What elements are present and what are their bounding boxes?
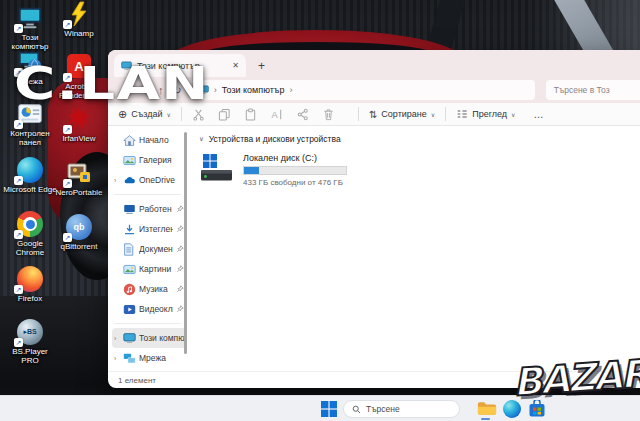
address-box[interactable]: › Този компютър › xyxy=(191,80,535,100)
toolbar-divider xyxy=(445,107,446,121)
desktop-icon-label: NeroPortable xyxy=(52,188,106,197)
trash-icon xyxy=(322,108,335,121)
view-icon xyxy=(456,108,468,120)
sidebar-item-this-pc[interactable]: › Този компютър xyxy=(112,328,187,348)
copy-icon xyxy=(218,108,231,121)
share-button[interactable] xyxy=(296,108,309,121)
shortcut-arrow-icon: ↗ xyxy=(63,233,72,242)
shortcut-arrow-icon: ↗ xyxy=(14,24,23,33)
expand-chevron-icon[interactable]: › xyxy=(114,355,120,362)
desktop-icon-label: BS.Player PRO xyxy=(3,347,57,365)
documents-icon xyxy=(123,243,136,256)
desktop-icon-nero[interactable]: ↗ NeroPortable xyxy=(52,160,106,197)
pin-icon xyxy=(176,265,184,273)
delete-button[interactable] xyxy=(322,108,335,121)
shortcut-arrow-icon: ↗ xyxy=(14,230,23,239)
devices-group-header[interactable]: ∨ Устройства и дискови устройства xyxy=(199,134,640,144)
search-placeholder: Търсене в Тоз xyxy=(554,85,610,95)
expand-chevron-icon[interactable]: › xyxy=(114,177,120,184)
taskbar-search-input[interactable]: Търсене xyxy=(343,400,460,418)
drive-usage-bar xyxy=(243,166,347,175)
desktop-icon-qbittorrent[interactable]: qb ↗ qBittorrent xyxy=(52,214,106,251)
shortcut-arrow-icon: ↗ xyxy=(63,20,72,29)
sidebar-item-documents[interactable]: Документи xyxy=(112,239,187,259)
desktop-icon-chrome[interactable]: ↗ Google Chrome xyxy=(3,211,57,257)
windows-logo-icon xyxy=(321,401,337,417)
music-icon xyxy=(123,283,136,296)
explorer-search-input[interactable]: Търсене в Тоз xyxy=(546,80,640,100)
desktop-icon-bsplayer[interactable]: ▸BS ↗ BS.Player PRO xyxy=(3,319,57,365)
sidebar-item-downloads[interactable]: Изтеглени xyxy=(112,219,187,239)
desktop-icon-edge[interactable]: ↗ Microsoft Edge xyxy=(3,157,57,194)
group-chevron-icon: ∨ xyxy=(199,135,204,143)
watermark-bazar: BAZAR xyxy=(512,351,640,404)
explorer-active-indicator xyxy=(481,418,490,421)
drive-item-c[interactable]: Локален диск (C:) 433 ГБ свободни от 476… xyxy=(199,153,640,187)
network-icon xyxy=(123,352,136,365)
start-button[interactable] xyxy=(321,401,337,421)
drive-capacity: 433 ГБ свободни от 476 ГБ xyxy=(243,178,347,187)
share-icon xyxy=(296,108,309,121)
desktop-icon-irfanview[interactable]: ↗ IrfanView xyxy=(52,106,106,143)
desktop-icon-this-pc[interactable]: ↗ Този компютър xyxy=(3,5,57,51)
desktop-icon-label: qBittorrent xyxy=(52,242,106,251)
desktop-icon-winamp[interactable]: ↗ Winamp xyxy=(52,1,106,38)
sort-button[interactable]: ⇅ Сортиране ∨ xyxy=(369,109,435,120)
paste-button[interactable] xyxy=(244,108,257,121)
item-count: 1 елемент xyxy=(118,376,156,385)
desktop-icon-label: Google Chrome xyxy=(3,239,57,257)
desktop-icon-label: IrfanView xyxy=(52,134,106,143)
navigation-pane: Начало Галерия › OneDrive Работен пло xyxy=(108,126,187,371)
pin-icon xyxy=(176,305,184,313)
sidebar-item-network[interactable]: › Мрежа xyxy=(112,348,187,368)
desktop-icon-label: Firefox xyxy=(3,294,57,303)
watermark-clan: C.LAN xyxy=(14,58,210,109)
sidebar-scrollbar[interactable] xyxy=(184,132,188,354)
copy-button[interactable] xyxy=(218,108,231,121)
pictures-icon xyxy=(123,263,136,276)
pin-icon xyxy=(176,225,184,233)
pin-icon xyxy=(176,285,184,293)
toolbar-divider xyxy=(181,107,182,121)
new-button[interactable]: ⊕ Създай ∨ xyxy=(118,108,171,121)
cut-button[interactable] xyxy=(192,108,205,121)
toolbar-divider xyxy=(358,107,359,121)
rename-icon: A xyxy=(270,108,283,121)
cut-icon xyxy=(192,108,205,121)
chevron-down-icon: ∨ xyxy=(431,111,435,118)
shortcut-arrow-icon: ↗ xyxy=(14,120,23,129)
sidebar-item-pictures[interactable]: Картини xyxy=(112,259,187,279)
sidebar-item-onedrive[interactable]: › OneDrive xyxy=(112,170,187,190)
gallery-icon xyxy=(123,154,136,167)
desktop-icon-firefox[interactable]: ↗ Firefox xyxy=(3,266,57,303)
sidebar-item-music[interactable]: Музика xyxy=(112,279,187,299)
expand-chevron-icon[interactable]: › xyxy=(114,335,120,342)
paste-icon xyxy=(244,108,257,121)
local-disk-icon xyxy=(199,153,235,183)
pin-icon xyxy=(176,205,184,213)
desktop-icon-label: Контролен панел xyxy=(3,129,57,147)
plus-circle-icon: ⊕ xyxy=(118,108,127,121)
new-tab-button[interactable]: + xyxy=(258,59,265,73)
sidebar-divider xyxy=(114,323,181,324)
sidebar-item-videos[interactable]: Видеоклипо xyxy=(112,299,187,319)
chevron-down-icon: ∨ xyxy=(167,111,171,118)
home-icon xyxy=(123,134,136,147)
rename-button[interactable]: A xyxy=(270,108,283,121)
view-button[interactable]: Преглед ∨ xyxy=(456,108,515,120)
sidebar-item-gallery[interactable]: Галерия xyxy=(112,150,187,170)
drive-name: Локален диск (C:) xyxy=(243,153,347,163)
tab-close-icon[interactable]: ✕ xyxy=(232,61,239,70)
shortcut-arrow-icon: ↗ xyxy=(14,338,23,347)
search-icon xyxy=(352,405,361,414)
sidebar-item-home[interactable]: Начало xyxy=(112,130,187,150)
svg-text:A: A xyxy=(271,110,278,120)
sidebar-divider xyxy=(114,194,181,195)
shortcut-arrow-icon: ↗ xyxy=(63,179,72,188)
breadcrumb-this-pc[interactable]: Този компютър xyxy=(222,85,285,95)
more-options-icon[interactable]: … xyxy=(534,109,545,120)
sidebar-item-desktop[interactable]: Работен пло xyxy=(112,199,187,219)
breadcrumb-chevron-icon[interactable]: › xyxy=(289,85,292,95)
onedrive-icon xyxy=(123,174,136,187)
videos-icon xyxy=(123,303,136,316)
